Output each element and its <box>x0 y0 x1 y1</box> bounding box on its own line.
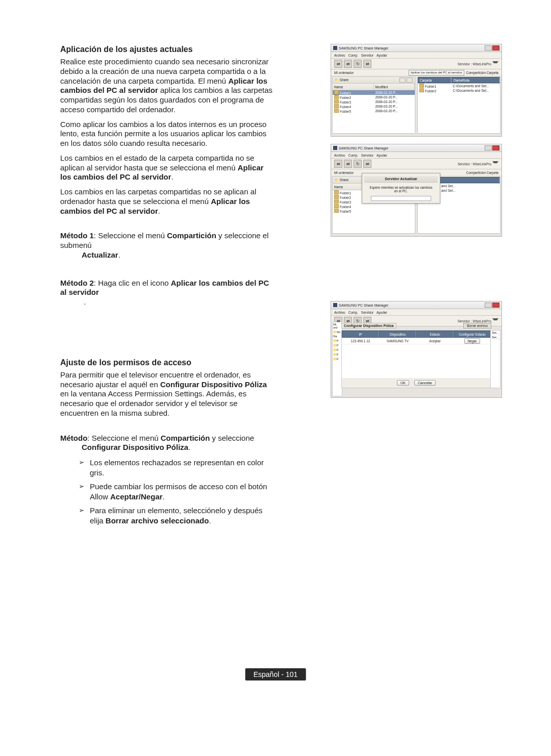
apply-changes-icon[interactable]: ⇄ <box>363 60 371 68</box>
method-1-label: Método 1 <box>60 231 94 240</box>
col-name[interactable]: Name <box>333 84 374 90</box>
folder-icon <box>334 90 339 94</box>
menu-ayudar[interactable]: Ayudar <box>377 311 387 314</box>
folder-name: Folder3 <box>340 100 351 104</box>
table-row[interactable]: Folder42008-02-20 P... <box>333 104 415 109</box>
menu-ayudar[interactable]: Ayudar <box>377 154 387 157</box>
col-estado[interactable]: Estado <box>416 331 454 338</box>
folder-icon <box>334 195 339 199</box>
unshare-icon[interactable]: ⇄ <box>344 60 352 68</box>
method-2: Método 2: Haga clic en el icono Aplicar … <box>60 279 274 307</box>
up-icon[interactable] <box>407 78 413 83</box>
ok-button[interactable]: OK <box>397 380 409 386</box>
dialog-title: Configurar Dispositivo Póliza <box>341 323 396 329</box>
menu-servidor[interactable]: Servidor <box>361 154 373 157</box>
col-configurar-estado[interactable]: Configurar Estado <box>454 331 491 338</box>
folder-icon <box>334 99 339 104</box>
menu-servidor[interactable]: Servidor <box>361 311 373 314</box>
cancel-button[interactable]: Cancelar <box>414 380 436 386</box>
folder-date: 2008-02-20 P... <box>374 109 415 113</box>
method-2-t1: : Haga clic en el icono <box>94 279 171 287</box>
toolbar: ⇄ ⇄ ↻ ⇄ Servidor : WiseLinkPro <box>331 59 502 69</box>
hint-left: Mi ordenador <box>334 71 354 74</box>
minimize-button[interactable] <box>485 145 492 150</box>
shared-name: Folder1 <box>425 85 436 88</box>
table-row[interactable]: Folder5 <box>333 209 415 213</box>
titlebar[interactable]: SAMSUNG PC Share Manager <box>331 301 502 309</box>
table-row[interactable]: Folder32008-02-20 P... <box>333 99 415 104</box>
shared-path: C:\Documents and Set... <box>452 84 500 88</box>
window-title: SAMSUNG PC Share Manager <box>339 146 388 150</box>
dialog-body: Espere mientras se actualizan los cambio… <box>364 185 438 194</box>
table-row[interactable]: Folder22008-02-20 P... <box>333 95 415 99</box>
share-label: Share <box>340 178 348 182</box>
method-2-t2: . <box>84 297 86 306</box>
cell-estado: Aceptar <box>416 338 454 344</box>
unshare-icon[interactable]: ⇄ <box>344 160 352 168</box>
access-p1-c: en la ventana Access Permission Settings… <box>60 389 246 417</box>
negar-button[interactable]: Negar <box>464 338 481 344</box>
menu-comp[interactable]: Comp. <box>348 154 358 157</box>
col-dameruta[interactable]: DameRuta <box>452 77 500 83</box>
background-right-pane: Set... Set... <box>490 330 500 388</box>
toolbar: ⇄ ⇄ ↻ ⇄ Servidor : WiseLinkPro <box>331 159 502 169</box>
close-button[interactable] <box>492 45 499 51</box>
menu-archivo[interactable]: Archivo <box>334 54 345 57</box>
access-m-label: Método <box>60 434 87 442</box>
screenshot-1: SAMSUNG PC Share Manager Archivo Comp. S… <box>331 44 502 137</box>
access-p1-bold: Configurar Dispositivo Póliza <box>160 380 267 389</box>
col-modified[interactable]: Modified <box>374 84 415 90</box>
col-carpeta[interactable]: Carpeta <box>418 77 452 83</box>
menu-comp[interactable]: Comp. <box>348 54 358 57</box>
share-icon[interactable]: ⇄ <box>334 160 342 168</box>
titlebar[interactable]: SAMSUNG PC Share Manager <box>331 44 502 52</box>
menu-comp[interactable]: Comp. <box>348 311 358 314</box>
folder-date: 2008-02-20 P... <box>374 91 415 94</box>
menu-archivo[interactable]: Archivo <box>334 311 345 314</box>
table-row[interactable]: Folder12008-02-20 P... <box>333 90 415 95</box>
list-item: 📁F <box>333 338 342 343</box>
minimize-button[interactable] <box>485 303 492 308</box>
table-row[interactable]: Folder1C:\Documents and Set... <box>418 84 500 88</box>
apply-p3-a: Los cambios en el estado de la carpeta c… <box>60 154 254 172</box>
close-button[interactable] <box>492 303 499 308</box>
access-perm-title: Ajuste de los permisos de acceso <box>60 358 274 367</box>
folder-date: 2008-02-20 P... <box>374 105 415 108</box>
app-icon <box>333 146 337 150</box>
dropdown-icon[interactable] <box>399 78 406 83</box>
menu-archivo[interactable]: Archivo <box>334 154 345 157</box>
list-item: 📁F <box>333 347 342 352</box>
method-1-b1: Compartición <box>167 231 216 240</box>
folder-name: Folder5 <box>340 210 351 213</box>
screenshot-2: SAMSUNG PC Share Manager Archivo Comp. S… <box>331 144 502 237</box>
share-label: Share <box>340 78 348 82</box>
col-ip[interactable]: IP <box>342 331 379 338</box>
refresh-icon[interactable]: ↻ <box>354 160 362 168</box>
folder-name: Folder3 <box>340 200 351 204</box>
folder-name: Folder2 <box>340 96 351 99</box>
table-row[interactable]: Folder52008-02-20 P... <box>333 109 415 113</box>
folder-name: Folder5 <box>340 110 351 113</box>
table-row[interactable]: 123.456.1.12 SAMSUNG TV Aceptar Negar <box>342 338 491 344</box>
access-li2-c: . <box>163 492 165 501</box>
menu-servidor[interactable]: Servidor <box>361 54 373 57</box>
menu-ayudar[interactable]: Ayudar <box>377 54 387 57</box>
server-label[interactable]: Servidor : WiseLinkPro <box>458 161 498 166</box>
refresh-icon[interactable]: ↻ <box>354 60 362 68</box>
apply-changes-icon[interactable]: ⇄ <box>363 160 371 168</box>
delete-file-button[interactable]: Borrar archivo <box>463 323 491 329</box>
col-dispositivo[interactable]: Dispositivo <box>379 331 416 338</box>
share-icon[interactable]: ⇄ <box>334 60 342 68</box>
server-label[interactable]: Servidor : WiseLinkPro <box>458 61 498 66</box>
minimize-button[interactable] <box>485 45 492 51</box>
close-button[interactable] <box>492 145 499 150</box>
method-2-label: Método 2 <box>60 279 94 287</box>
access-m-b2: Configurar Dispositivo Póliza <box>82 443 188 451</box>
method-1-t3: . <box>118 250 120 259</box>
table-row[interactable]: Folder2C:\Documents and Set... <box>418 88 500 93</box>
titlebar[interactable]: SAMSUNG PC Share Manager <box>331 144 502 152</box>
menu-bar: Archivo Comp. Servidor Ayudar <box>331 309 502 316</box>
table-row[interactable]: Folder4 <box>333 204 415 209</box>
dialog-title: Servidor Actualizar <box>364 176 438 183</box>
chevron-down-icon <box>492 61 498 66</box>
